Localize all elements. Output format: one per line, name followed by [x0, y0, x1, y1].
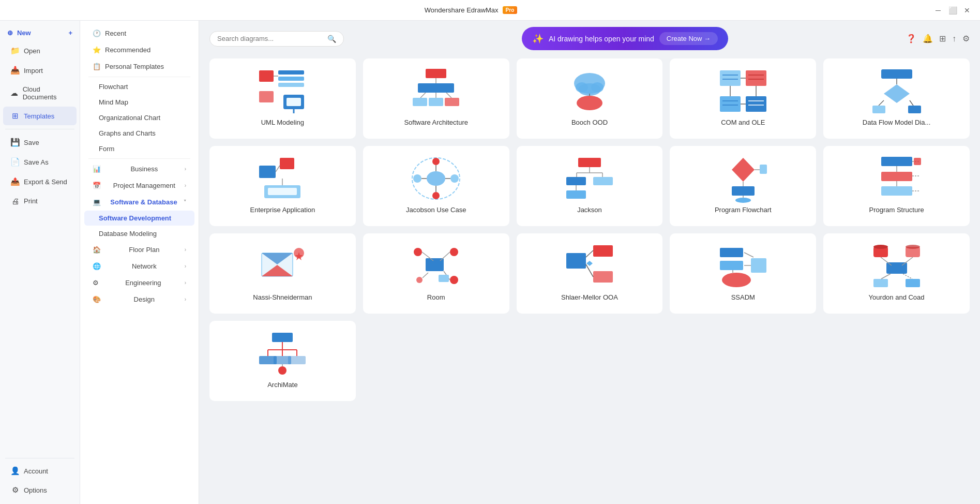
template-jacobson[interactable]: Jacobson Use Case — [363, 146, 509, 226]
template-jackson[interactable]: Jackson — [517, 146, 663, 226]
template-data-flow[interactable]: Data Flow Model Dia... — [823, 58, 970, 139]
nav-business-label: Business — [130, 165, 158, 173]
ai-banner[interactable]: ✨ AI drawing helps open your mind Create… — [522, 27, 728, 50]
sidebar-item-import[interactable]: 📥 Import — [3, 61, 77, 80]
template-prog-structure[interactable]: Program Structure — [823, 146, 970, 226]
nav-sub-form[interactable]: Form — [84, 141, 194, 156]
import-label: Import — [24, 67, 43, 75]
sidebar-item-save[interactable]: 💾 Save — [3, 133, 77, 152]
template-label-shlaer: Shlaer-Mellor OOA — [561, 293, 618, 301]
nav-floor-label: Floor Plan — [129, 246, 159, 254]
share-icon[interactable]: ↑ — [952, 34, 956, 43]
template-yourdon[interactable]: Yourdon and Coad — [823, 233, 970, 314]
nav-item-recent[interactable]: 🕐 Recent — [84, 25, 194, 41]
template-icon-jacobson — [410, 155, 462, 202]
nav-business-icon: 📊 — [93, 165, 101, 173]
grid-view-icon[interactable]: ⊞ — [939, 34, 946, 43]
nav-sub-db-modeling[interactable]: Database Modeling — [84, 226, 194, 241]
template-software-arch[interactable]: Software Architecture — [363, 58, 509, 139]
maximize-button[interactable]: ⬜ — [948, 6, 957, 14]
search-bar[interactable]: 🔍 — [209, 31, 344, 47]
template-com-ole[interactable]: COM and OLE — [670, 58, 816, 139]
main-toolbar: 🔍 ✨ AI drawing helps open your mind Crea… — [199, 21, 980, 56]
template-icon-enterprise — [257, 155, 308, 202]
nav-item-recommended[interactable]: ⭐ Recommended — [84, 42, 194, 58]
template-shlaer[interactable]: Shlaer-Mellor OOA — [517, 233, 663, 314]
sidebar-item-account[interactable]: 👤 Account — [3, 462, 77, 480]
engineering-chevron-icon: › — [185, 280, 186, 286]
ai-icon: ✨ — [532, 33, 544, 45]
svg-rect-30 — [720, 96, 741, 112]
close-button[interactable]: ✕ — [962, 6, 972, 14]
nav-group-software[interactable]: 💻 Software & Database ˅ — [84, 194, 194, 210]
templates-label: Templates — [24, 112, 54, 120]
template-label-progflow: Program Flowchart — [715, 206, 772, 214]
svg-point-96 — [450, 276, 458, 284]
nav-group-floor[interactable]: 🏠 Floor Plan › — [84, 242, 194, 258]
template-room[interactable]: Room — [363, 233, 509, 314]
template-ssadm[interactable]: SSADM — [670, 233, 816, 314]
nav-recommended-label: Recommended — [105, 46, 150, 54]
svg-rect-79 — [881, 157, 912, 166]
new-button[interactable]: ⊕ New + — [0, 25, 80, 41]
new-plus-icon: ⊕ — [7, 29, 13, 37]
nav-group-engineering[interactable]: ⚙ Engineering › — [84, 275, 194, 291]
template-icon-progstruct — [871, 155, 923, 202]
template-label-progstruct: Program Structure — [869, 206, 924, 214]
template-icon-nassi — [257, 243, 308, 289]
svg-line-121 — [881, 257, 892, 265]
svg-point-56 — [450, 174, 459, 183]
settings-icon[interactable]: ⚙ — [962, 34, 970, 43]
template-icon-dataflow — [871, 68, 923, 114]
nav-sub-software-dev[interactable]: Software Development — [84, 211, 194, 226]
template-icon-arch — [410, 68, 462, 114]
nav-group-design[interactable]: 🎨 Design › — [84, 291, 194, 307]
template-icon-progflow — [717, 155, 769, 202]
search-input[interactable] — [217, 35, 323, 42]
template-booch-ood[interactable]: Booch OOD — [517, 58, 663, 139]
nav-group-network[interactable]: 🌐 Network › — [84, 258, 194, 274]
save-as-label: Save As — [24, 158, 49, 166]
personal-icon: 📋 — [93, 63, 101, 70]
minimize-button[interactable]: ─ — [933, 6, 943, 14]
svg-line-106 — [586, 250, 593, 257]
nav-sub-graphs[interactable]: Graphs and Charts — [84, 126, 194, 141]
template-archimate[interactable]: ArchiMate — [209, 321, 356, 401]
new-expand-icon: + — [68, 29, 72, 37]
sidebar-item-save-as[interactable]: 📄 Save As — [3, 153, 77, 171]
account-label: Account — [24, 467, 48, 475]
template-nassi[interactable]: Nassi-Shneiderman — [209, 233, 356, 314]
sidebar-item-print[interactable]: 🖨 Print — [3, 192, 77, 210]
nav-recent-label: Recent — [105, 29, 126, 37]
svg-point-55 — [413, 174, 421, 183]
network-chevron-icon: › — [185, 263, 186, 269]
project-chevron-icon: › — [185, 183, 186, 188]
svg-line-102 — [423, 273, 428, 278]
nav-sub-orgchart[interactable]: Organizational Chart — [84, 110, 194, 125]
nav-sub-flowchart[interactable]: Flowchart — [84, 79, 194, 94]
sidebar-item-export[interactable]: 📤 Export & Send — [3, 172, 77, 191]
notification-icon[interactable]: 🔔 — [923, 34, 933, 43]
sidebar-item-open[interactable]: 📁 Open — [3, 41, 77, 60]
template-label-room: Room — [427, 293, 445, 301]
template-uml-modeling[interactable]: UML Modeling — [209, 58, 356, 139]
nav-group-business[interactable]: 📊 Business › — [84, 161, 194, 177]
svg-line-122 — [902, 257, 913, 265]
ai-create-button[interactable]: Create Now → — [659, 32, 718, 45]
template-enterprise[interactable]: Enterprise Application — [209, 146, 356, 226]
templates-grid: UML Modeling — [199, 56, 980, 504]
nav-item-personal[interactable]: 📋 Personal Templates — [84, 58, 194, 75]
nav-sub-mindmap[interactable]: Mind Map — [84, 95, 194, 110]
help-icon[interactable]: ❓ — [906, 34, 916, 43]
svg-rect-33 — [746, 96, 766, 112]
svg-rect-63 — [578, 158, 601, 167]
nav-group-project[interactable]: 📅 Project Management › — [84, 177, 194, 194]
nav-personal-label: Personal Templates — [105, 63, 164, 70]
titlebar-right: ─ ⬜ ✕ — [933, 6, 972, 14]
template-prog-flowchart[interactable]: Program Flowchart — [670, 146, 816, 226]
sidebar-item-options[interactable]: ⚙ Options — [3, 481, 77, 499]
svg-point-22 — [577, 96, 602, 110]
sidebar-item-templates[interactable]: ⊞ Templates — [3, 107, 77, 125]
sidebar-item-cloud[interactable]: ☁ Cloud Documents — [3, 81, 77, 106]
nav-divider-2 — [88, 158, 190, 159]
